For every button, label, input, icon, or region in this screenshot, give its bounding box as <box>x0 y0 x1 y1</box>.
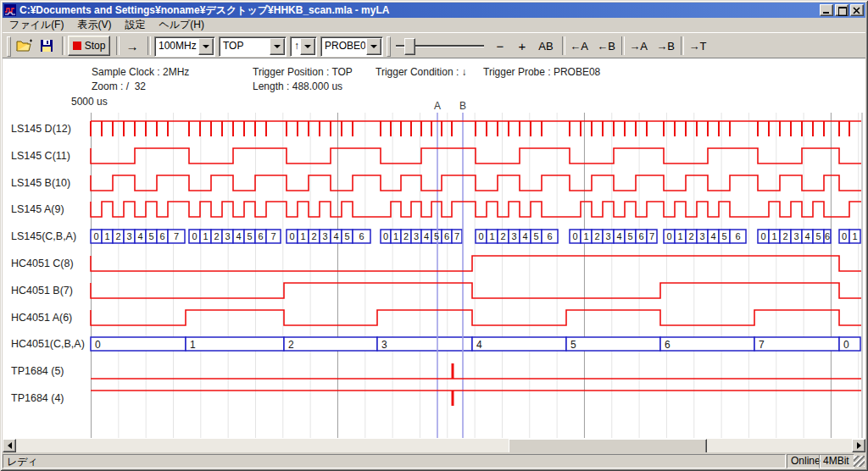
zoom-out-button[interactable]: − <box>491 36 509 56</box>
window-title: C:¥Documents and Settings¥noname¥デスクトップ¥… <box>19 3 820 18</box>
dropdown-button[interactable] <box>366 38 381 55</box>
window-controls <box>820 4 864 16</box>
toolbar-grip[interactable] <box>387 36 391 57</box>
floppy-disk-icon <box>40 39 53 53</box>
save-button[interactable] <box>36 36 57 56</box>
toolbar-separator <box>147 36 151 55</box>
resize-grip[interactable] <box>854 456 865 467</box>
run-button[interactable]: → <box>122 36 142 56</box>
menu-settings[interactable]: 設定 <box>118 17 152 33</box>
app-icon[interactable] <box>4 4 16 16</box>
move-cursor-b-left-button[interactable]: ←B <box>594 36 618 56</box>
stop-label: Stop <box>85 40 106 52</box>
channel-label: HC4051 A(6) <box>11 312 72 324</box>
goto-trigger-button[interactable]: →T <box>686 36 709 56</box>
slider-thumb[interactable] <box>404 38 415 55</box>
zoom-info: Zoom : / 32 <box>92 80 146 92</box>
chevron-down-icon <box>304 45 311 48</box>
toolbar-separator <box>562 36 565 55</box>
status-online-panel: Online <box>787 454 821 468</box>
sample-clock-info: Sample Clock : 2MHz <box>92 66 189 78</box>
trigger-position-value: TOP <box>220 37 269 56</box>
menu-help[interactable]: ヘルプ(H) <box>152 17 211 33</box>
trigger-edge-value: ↑ <box>291 37 299 56</box>
dropdown-button[interactable] <box>300 38 315 55</box>
chevron-down-icon <box>203 45 209 48</box>
sample-clock-value: 100MHz <box>155 37 198 56</box>
status-memory-panel: 4MBit <box>819 454 854 468</box>
waveform-client-area: Sample Clock : 2MHz Trigger Position : T… <box>3 58 865 440</box>
channel-label: TP1684 (5) <box>11 365 64 377</box>
toolbar-separator <box>116 36 120 55</box>
close-button[interactable] <box>850 4 864 16</box>
trigger-position-combo[interactable]: TOP <box>219 36 287 57</box>
dropdown-button[interactable] <box>270 38 285 55</box>
chevron-down-icon <box>274 45 281 48</box>
channel-label: LS145(C,B,A) <box>11 230 76 242</box>
channel-label: LS145 D(12) <box>11 123 71 135</box>
status-message-panel: レディ <box>3 454 786 468</box>
channel-label: HC4051 B(7) <box>11 285 73 296</box>
dropdown-button[interactable] <box>198 38 214 55</box>
time-per-division-label: 5000 us <box>71 96 108 108</box>
arrow-right-icon <box>857 442 861 449</box>
menubar: ファイル(F) 表示(V) 設定 ヘルプ(H) <box>3 18 865 33</box>
zoom-in-button[interactable]: + <box>513 36 531 56</box>
move-cursor-b-right-button[interactable]: →B <box>654 36 677 56</box>
menu-view[interactable]: 表示(V) <box>70 17 118 33</box>
channel-label: TP1684 (4) <box>11 392 64 404</box>
horizontal-scrollbar[interactable] <box>3 439 865 452</box>
app-window: C:¥Documents and Settings¥noname¥デスクトップ¥… <box>0 0 868 471</box>
titlebar: C:¥Documents and Settings¥noname¥デスクトップ¥… <box>3 3 865 18</box>
maximize-icon <box>838 7 847 16</box>
toolbar-separator <box>621 36 625 55</box>
scroll-left-button[interactable] <box>3 439 16 452</box>
minimize-button[interactable] <box>820 4 833 16</box>
trigger-condition-info: Trigger Condition : ↓ <box>376 66 467 78</box>
stop-icon <box>73 42 81 50</box>
open-folder-icon <box>16 39 33 53</box>
trigger-position-info: Trigger Position : TOP <box>253 66 353 78</box>
probe-combo[interactable]: PROBE00 <box>320 36 383 57</box>
statusbar: レディ Online 4MBit <box>3 452 865 468</box>
maximize-button[interactable] <box>835 4 849 16</box>
toolbar: Stop → 100MHz TOP ↑ PROBE00 − + AB ←A <box>3 32 865 58</box>
arrow-left-icon <box>8 442 12 449</box>
channel-label: LS145 A(9) <box>11 203 64 215</box>
sample-clock-combo[interactable]: 100MHz <box>154 36 215 57</box>
channel-label: LS145 C(11) <box>11 150 70 162</box>
probe-value: PROBE00 <box>321 37 365 56</box>
status-ready-text: レディ <box>7 456 38 468</box>
trigger-probe-info: Trigger Probe : PROBE08 <box>483 66 600 78</box>
toolbar-grip[interactable] <box>7 36 11 57</box>
minimize-icon <box>823 12 829 14</box>
zoom-ab-button[interactable]: AB <box>535 36 557 56</box>
channel-label: LS145 B(10) <box>11 177 70 189</box>
open-file-button[interactable] <box>14 36 35 56</box>
move-cursor-a-left-button[interactable]: ←A <box>567 36 591 56</box>
status-memory-text: 4MBit <box>823 455 849 467</box>
zoom-slider[interactable] <box>396 37 484 54</box>
toolbar-separator <box>62 36 65 55</box>
scroll-right-button[interactable] <box>852 439 865 452</box>
move-cursor-a-right-button[interactable]: →A <box>626 36 650 56</box>
stop-button[interactable]: Stop <box>68 36 110 56</box>
trigger-edge-combo[interactable]: ↑ <box>290 36 317 57</box>
status-online-text: Online <box>791 455 821 467</box>
close-icon <box>853 7 861 14</box>
chevron-down-icon <box>370 45 377 48</box>
toolbar-separator <box>681 36 684 55</box>
channel-label: HC4051(C,B,A) <box>11 338 85 350</box>
channel-label: HC4051 C(8) <box>11 258 74 269</box>
menu-file[interactable]: ファイル(F) <box>3 17 70 33</box>
length-info: Length : 488.000 us <box>253 80 342 92</box>
